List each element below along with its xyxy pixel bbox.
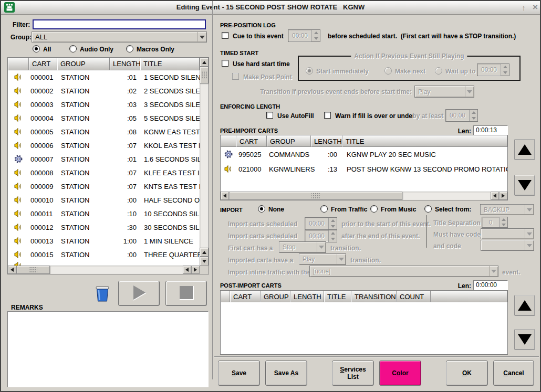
vscroll-thumb[interactable] <box>200 67 209 83</box>
chevron-down-icon <box>525 205 534 215</box>
import-traffic-radio[interactable] <box>320 205 328 213</box>
header-cart[interactable]: CART <box>236 135 267 147</box>
table-row[interactable]: 000006STATION:07KKOL EAS TEST IN <box>8 139 200 152</box>
sched-after-suffix: after the end of this event. <box>341 232 420 240</box>
audio-icon <box>8 114 29 122</box>
table-row[interactable]: 000009STATION:07KNTS EAS TEST IN <box>8 179 200 193</box>
chevron-down-icon <box>317 242 326 252</box>
header-length[interactable]: LENGTH <box>311 135 342 147</box>
imported-carts-label: Imported carts have a <box>228 257 293 264</box>
header-group[interactable]: GROUP <box>267 135 311 147</box>
header-icon-column[interactable] <box>221 291 230 302</box>
must-have-code-label: Must have code <box>433 231 481 238</box>
vscroll-track[interactable] <box>200 83 209 248</box>
hscroll-left2-button[interactable] <box>491 192 499 200</box>
import-none-radio[interactable] <box>258 205 265 213</box>
titlebar[interactable]: Editing Event - 15 SECOND POST SHOW ROTA… <box>1 1 540 15</box>
header-transition[interactable]: TRANSITION <box>351 291 397 302</box>
chevron-down-icon <box>525 229 534 239</box>
filter-input[interactable] <box>33 19 206 29</box>
cue-offset-spinbox: 00:00 <box>288 29 320 42</box>
hard-start-checkbox[interactable] <box>222 60 228 67</box>
header-title[interactable]: TITLE <box>324 291 351 302</box>
audio-icon <box>8 237 29 245</box>
start-immediately-radio <box>306 67 313 75</box>
close-icon: × <box>533 2 538 13</box>
autofill-checkbox[interactable] <box>266 112 273 119</box>
post-import-move-down-button[interactable] <box>514 329 535 350</box>
audio-icon <box>8 261 29 266</box>
table-row[interactable]: 000015STATION:00THREE QUARTERS <box>8 248 200 261</box>
header-length[interactable]: LENGTH <box>290 291 324 302</box>
vscroll-up-button[interactable] <box>200 58 209 67</box>
header-cart[interactable]: CART <box>230 291 261 302</box>
header-count[interactable]: COUNT <box>397 291 431 302</box>
header-title[interactable]: TITLE <box>140 58 200 70</box>
header-title[interactable]: TITLE <box>342 135 507 147</box>
scroll-corner <box>200 266 209 274</box>
chevron-down-icon <box>197 32 206 42</box>
macros-only-radio[interactable] <box>126 45 133 52</box>
color-button[interactable]: Color <box>379 361 421 386</box>
audio-only-radio[interactable] <box>69 45 77 52</box>
and-code-combo <box>481 240 534 251</box>
header-group[interactable]: GROUP <box>261 291 290 302</box>
table-row[interactable]: 000007STATION:011.6 SECONDS SILENCE <box>8 152 200 166</box>
header-group[interactable]: GROUP <box>57 58 110 70</box>
table-row[interactable]: 995025COMMANDS:00KGNW PLAY 20 SEC MUSIC <box>221 147 507 162</box>
pre-import-move-down-button[interactable] <box>514 175 535 196</box>
select-from-combo: BACKUP <box>480 204 534 215</box>
warn-checkbox[interactable] <box>324 112 331 119</box>
save-button[interactable]: Save <box>218 361 260 386</box>
header-length[interactable]: LENGTH <box>110 58 140 70</box>
grip-dots-icon <box>202 71 207 79</box>
shade-button[interactable]: ↑ <box>518 2 529 13</box>
import-select-radio[interactable] <box>424 205 432 213</box>
hscroll-track[interactable] <box>50 266 183 274</box>
vscroll-down-button[interactable] <box>200 257 209 266</box>
hscroll-right-button[interactable] <box>191 266 200 274</box>
cancel-button[interactable]: Cancel <box>493 361 534 386</box>
header-cart[interactable]: CART <box>29 58 57 70</box>
group-select[interactable]: ALL <box>32 31 207 43</box>
hscroll-thumb[interactable] <box>229 192 402 200</box>
hscroll-right-button[interactable] <box>499 192 507 200</box>
table-row[interactable]: 000001STATION:011 SECOND SILENCE <box>8 70 200 84</box>
close-button[interactable]: × <box>530 2 540 13</box>
transition-label: Transition if previous event ends before… <box>227 88 412 96</box>
table-row[interactable]: 000013STATION1:001 MIN SILENCE <box>8 234 200 248</box>
services-list-button[interactable]: Services List <box>332 361 374 386</box>
macros-only-radio-label: Macros Only <box>137 46 174 53</box>
hscroll-track[interactable] <box>402 192 491 200</box>
import-music-radio[interactable] <box>370 205 378 213</box>
all-radio[interactable] <box>33 45 40 52</box>
cue-checkbox[interactable] <box>222 32 228 39</box>
hscroll-left2-button[interactable] <box>183 266 191 274</box>
hscroll-left-button[interactable] <box>221 192 229 200</box>
post-import-move-up-button[interactable] <box>514 295 535 316</box>
hscroll-thumb[interactable] <box>16 266 50 274</box>
vscroll-up2-button[interactable] <box>200 248 209 257</box>
audio-icon <box>8 196 29 204</box>
header-icon-column[interactable] <box>221 135 236 147</box>
shade-icon: ↑ <box>522 3 526 12</box>
remarks-textarea[interactable] <box>7 311 209 387</box>
table-row[interactable]: 000008STATION:07KLFE EAS TEST IN <box>8 166 200 179</box>
table-row[interactable]: 021000KGNWLINERS:13POST SHOW KGNW 13 SEC… <box>221 162 507 176</box>
table-row[interactable]: 000011STATION:1010 SECONDS SILENCE <box>8 207 200 220</box>
hscroll-left-button[interactable] <box>8 266 16 274</box>
pre-import-move-up-button[interactable] <box>514 139 535 160</box>
table-row[interactable]: 000012STATION:3030 SECONDS SILENCE <box>8 220 200 234</box>
table-row[interactable]: 000003STATION:033 SECONDS SILENCE <box>8 98 200 111</box>
ok-button[interactable]: OK <box>446 361 488 386</box>
spin-arrows-icon <box>469 110 477 121</box>
trash-icon[interactable] <box>95 285 110 304</box>
table-row[interactable]: 000004STATION:055 SECONDS SILENCE <box>8 111 200 125</box>
table-row[interactable]: 000010STATION:00HALF SECOND OF <box>8 193 200 207</box>
wait-spinbox: 00:00 <box>477 63 509 76</box>
header-icon-column[interactable] <box>8 58 29 70</box>
table-row[interactable]: 000005STATION:08KGNW EAS TEST IN <box>8 125 200 139</box>
table-row[interactable]: 000002STATION:022 SECONDS SILENCE <box>8 84 200 98</box>
play-button <box>118 281 160 306</box>
save-as-button[interactable]: Save As <box>265 361 307 386</box>
